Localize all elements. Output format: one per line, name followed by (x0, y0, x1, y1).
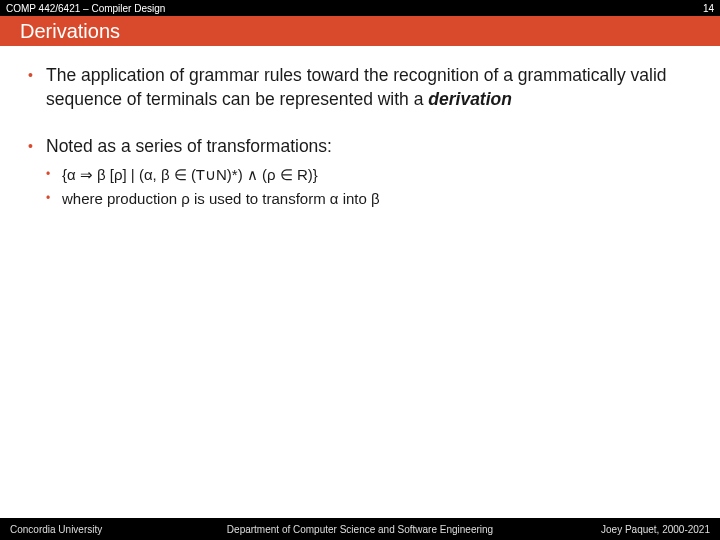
bullet-2: Noted as a series of transformations: {α… (28, 135, 692, 209)
course-code: COMP 442/6421 – Compiler Design (6, 3, 165, 14)
footer-bar: Concordia University Department of Compu… (0, 518, 720, 540)
footer-left: Concordia University (10, 524, 102, 535)
bullet-2-text: Noted as a series of transformations: (46, 136, 332, 156)
top-bar: COMP 442/6421 – Compiler Design 14 (0, 0, 720, 16)
slide-body: The application of grammar rules toward … (0, 46, 720, 540)
bullet-1-keyword: derivation (428, 89, 512, 109)
bullet-2-sub-2: where production ρ is used to transform … (46, 189, 692, 209)
bullet-2-sub-1: {α ⇒ β [ρ] | (α, β ∈ (T∪N)*) ∧ (ρ ∈ R)} (46, 165, 692, 185)
bullet-1-text: The application of grammar rules toward … (46, 65, 667, 109)
slide-number: 14 (703, 3, 714, 14)
footer-right: Joey Paquet, 2000-2021 (601, 524, 710, 535)
title-bar: Derivations (0, 16, 720, 46)
bullet-1: The application of grammar rules toward … (28, 64, 692, 111)
slide-title: Derivations (20, 20, 120, 43)
